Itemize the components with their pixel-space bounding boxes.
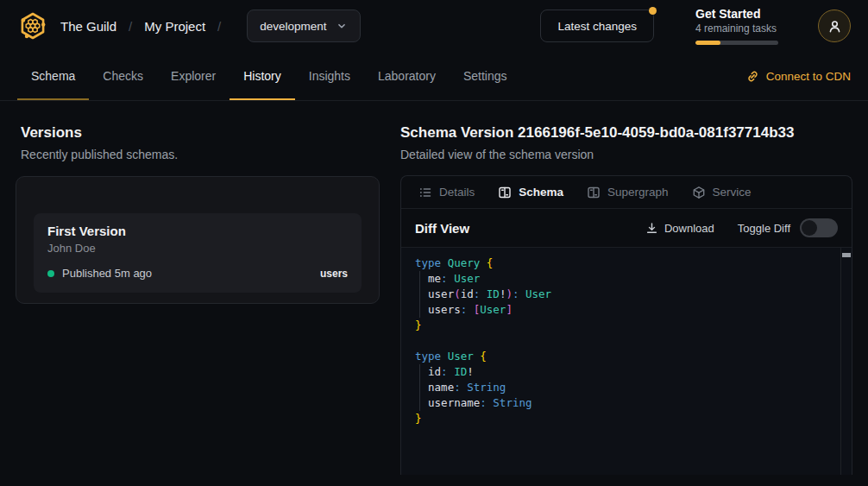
cube-icon — [692, 186, 706, 199]
chevron-down-icon — [336, 20, 348, 32]
tab-schema[interactable]: Schema — [498, 186, 563, 199]
version-status: Published 5m ago — [62, 267, 152, 280]
nav-tab-laboratory[interactable]: Laboratory — [364, 52, 450, 100]
toggle-knob — [802, 220, 817, 236]
connect-to-cdn-button[interactable]: Connect to CDN — [746, 52, 851, 100]
download-label: Download — [664, 222, 714, 235]
breadcrumb-project[interactable]: My Project — [144, 19, 205, 34]
version-detail-title: Schema Version 2166196f-5e10-4059-bd0a-0… — [400, 123, 852, 142]
get-started-widget[interactable]: Get Started 4 remaining tasks — [695, 7, 778, 45]
code-scrollbar — [840, 248, 852, 475]
versions-title: Versions — [21, 123, 380, 142]
breadcrumb-separator: / — [217, 19, 221, 34]
nav-tab-insights[interactable]: Insights — [295, 52, 364, 100]
tab-details-label: Details — [439, 186, 475, 199]
diff-view-title: Diff View — [415, 221, 469, 236]
version-list-item[interactable]: First Version John Doe Published 5m ago … — [34, 213, 362, 293]
version-detail-panel: Schema Version 2166196f-5e10-4059-bd0a-0… — [380, 101, 868, 486]
latest-changes-label: Latest changes — [557, 20, 637, 33]
breadcrumb-org[interactable]: The Guild — [60, 19, 116, 34]
code-block: type Query { me: User user(id: ID!): Use… — [415, 256, 827, 426]
nav-tabs: Schema Checks Explorer History Insights … — [17, 52, 521, 100]
nav-tab-schema[interactable]: Schema — [17, 52, 89, 100]
main-content: Versions Recently published schemas. Fir… — [0, 101, 868, 486]
detail-tabs: Details Schema Supergr — [401, 176, 852, 209]
nav-tab-settings[interactable]: Settings — [450, 52, 521, 100]
get-started-title: Get Started — [695, 7, 778, 22]
environment-select-value: development — [260, 20, 326, 33]
user-menu-button[interactable] — [818, 9, 851, 42]
version-meta-row: Published 5m ago users — [47, 267, 348, 280]
columns-icon — [587, 186, 601, 199]
breadcrumb-separator: / — [129, 19, 132, 34]
tab-schema-label: Schema — [519, 186, 563, 199]
get-started-progress — [695, 41, 778, 45]
app-header: The Guild / My Project / development Lat… — [0, 0, 868, 52]
download-icon — [645, 222, 658, 235]
indent-guide — [419, 364, 420, 411]
schema-code-viewer: type Query { me: User user(id: ID!): Use… — [401, 248, 852, 475]
versions-panel: Versions Recently published schemas. Fir… — [0, 101, 380, 486]
published-status-dot — [47, 270, 54, 277]
notification-dot — [649, 7, 657, 15]
schema-view-panel: Details Schema Supergr — [400, 175, 852, 475]
download-button[interactable]: Download — [645, 222, 714, 235]
indent-guide — [419, 271, 420, 318]
version-detail-subtitle: Detailed view of the schema version — [400, 148, 852, 162]
nav-tab-checks[interactable]: Checks — [89, 52, 157, 100]
tab-service-label: Service — [713, 186, 752, 199]
nav-tab-explorer[interactable]: Explorer — [157, 52, 230, 100]
latest-changes-button[interactable]: Latest changes — [540, 9, 654, 42]
versions-card: First Version John Doe Published 5m ago … — [16, 176, 380, 304]
user-icon — [827, 19, 842, 34]
service-badge: users — [320, 268, 348, 280]
toggle-diff-label: Toggle Diff — [738, 222, 790, 235]
environment-select[interactable]: development — [247, 9, 360, 42]
version-name: First Version — [47, 223, 348, 239]
columns-icon — [498, 186, 512, 199]
code-scrollbar-thumb[interactable] — [842, 253, 851, 257]
toggle-diff-switch[interactable] — [800, 218, 838, 237]
tab-service[interactable]: Service — [692, 186, 752, 199]
tab-supergraph[interactable]: Supergraph — [587, 186, 669, 199]
version-author: John Doe — [47, 242, 348, 256]
get-started-progress-fill — [695, 41, 720, 45]
target-nav: Schema Checks Explorer History Insights … — [0, 52, 868, 101]
get-started-subtitle: 4 remaining tasks — [695, 22, 778, 35]
list-icon — [418, 186, 432, 199]
versions-subtitle: Recently published schemas. — [21, 148, 380, 162]
nav-tab-history[interactable]: History — [230, 52, 295, 100]
tab-details[interactable]: Details — [418, 186, 475, 199]
diff-view-toolbar: Diff View Download Toggle Diff — [401, 209, 852, 248]
hive-logo-icon[interactable] — [17, 10, 48, 41]
link-icon — [746, 70, 759, 83]
connect-to-cdn-label: Connect to CDN — [766, 70, 851, 83]
tab-supergraph-label: Supergraph — [607, 186, 669, 199]
